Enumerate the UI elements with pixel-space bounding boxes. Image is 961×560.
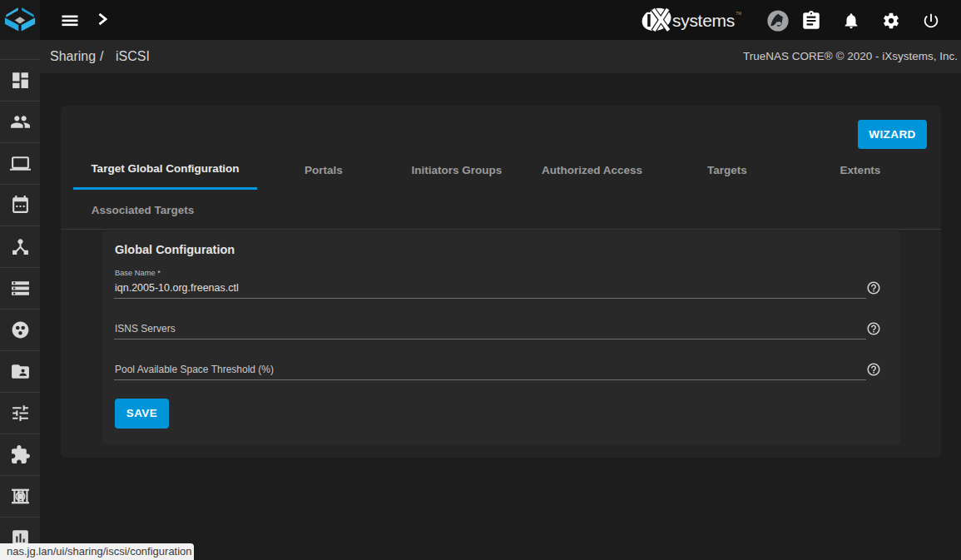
svg-text:TM: TM [736, 12, 742, 16]
svg-text:systems: systems [672, 11, 735, 30]
